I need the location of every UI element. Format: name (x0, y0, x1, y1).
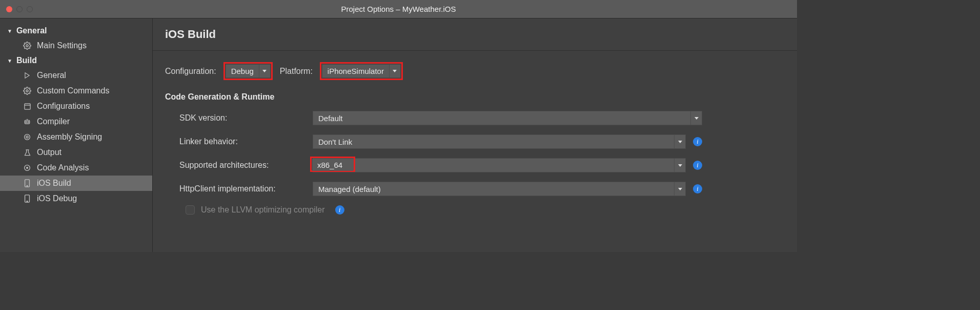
arch-label: Supported architectures: (179, 161, 313, 170)
sidebar-item-label: General (37, 71, 66, 80)
sidebar-item-label: Main Settings (37, 41, 87, 50)
minimize-window-button[interactable] (16, 6, 23, 12)
svg-point-0 (26, 45, 28, 47)
llvm-label: Use the LLVM optimizing compiler (201, 205, 325, 215)
window-title: Project Options – MyWeather.iOS (341, 5, 456, 13)
highlight-arch (310, 157, 355, 172)
svg-point-15 (27, 185, 28, 186)
chevron-down-icon (674, 135, 685, 148)
configuration-label: Configuration: (165, 67, 216, 76)
sidebar-section-build[interactable]: ▼ Build (0, 53, 152, 68)
svg-point-9 (25, 134, 30, 140)
linker-dropdown[interactable]: Don't Link (313, 134, 686, 149)
sidebar-item-custom-commands[interactable]: Custom Commands (0, 83, 152, 99)
svg-point-7 (28, 122, 29, 123)
chevron-down-icon (259, 65, 270, 78)
sidebar-item-code-analysis[interactable]: Code Analysis (0, 160, 152, 176)
dropdown-value: Debug (226, 67, 259, 75)
sidebar-item-compiler[interactable]: Compiler (0, 114, 152, 129)
chevron-down-icon: ▼ (7, 28, 12, 34)
chevron-down-icon (674, 182, 685, 196)
dropdown-value: iPhoneSimulator (322, 67, 389, 75)
highlight-platform: iPhoneSimulator (320, 62, 403, 80)
phone-icon (23, 194, 32, 203)
linker-row: Linker behavior: Don't Link i (165, 134, 785, 149)
http-dropdown[interactable]: Managed (default) (313, 182, 686, 196)
sidebar-item-main-settings[interactable]: Main Settings (0, 38, 152, 53)
main-header: iOS Build (153, 18, 797, 51)
dropdown-value: Default (313, 114, 690, 123)
info-icon[interactable]: i (335, 205, 344, 215)
svg-point-2 (26, 90, 28, 92)
gear-icon (23, 86, 32, 95)
sidebar-item-label: iOS Build (37, 179, 71, 188)
highlight-configuration: Debug (223, 62, 273, 80)
sidebar-item-label: Configurations (37, 102, 90, 111)
arch-combobox[interactable] (313, 158, 686, 172)
info-icon[interactable]: i (693, 137, 702, 146)
sidebar-section-label: General (16, 26, 47, 35)
sidebar-item-ios-debug[interactable]: iOS Debug (0, 191, 152, 206)
play-icon (23, 71, 32, 80)
sdk-dropdown[interactable]: Default (313, 111, 702, 125)
sidebar: ▼ General Main Settings ▼ Build General … (0, 18, 153, 252)
titlebar: Project Options – MyWeather.iOS (0, 0, 797, 18)
dropdown-value: Managed (default) (313, 185, 674, 193)
close-window-button[interactable] (6, 6, 12, 12)
llvm-row: Use the LLVM optimizing compiler i (165, 205, 785, 215)
dropdown-value: Don't Link (313, 138, 674, 146)
robot-icon (23, 117, 32, 126)
sidebar-item-label: Assembly Signing (37, 132, 102, 142)
sidebar-item-label: Custom Commands (37, 86, 109, 95)
sidebar-item-assembly-signing[interactable]: Assembly Signing (0, 129, 152, 145)
sidebar-item-configurations[interactable]: Configurations (0, 99, 152, 114)
chevron-down-icon (690, 111, 702, 125)
svg-marker-1 (25, 73, 29, 79)
seal-icon (23, 132, 32, 142)
gear-icon (23, 41, 32, 50)
flask-icon (23, 148, 32, 157)
sidebar-section-label: Build (16, 56, 37, 65)
configuration-dropdown[interactable]: Debug (226, 64, 271, 78)
sidebar-item-label: Code Analysis (37, 163, 89, 172)
info-icon[interactable]: i (693, 161, 702, 170)
platform-label: Platform: (280, 67, 313, 76)
svg-point-13 (27, 167, 28, 169)
svg-point-10 (26, 136, 28, 138)
svg-rect-3 (24, 103, 30, 109)
chevron-down-icon: ▼ (7, 58, 12, 64)
sidebar-item-label: Output (37, 148, 62, 157)
sidebar-item-ios-build[interactable]: iOS Build (0, 176, 152, 191)
svg-point-17 (27, 201, 28, 202)
http-label: HttpClient implementation: (179, 184, 313, 193)
sidebar-item-label: Compiler (37, 117, 70, 126)
arch-row: Supported architectures: i (165, 158, 785, 172)
main-panel: iOS Build Configuration: Debug Platform:… (153, 18, 797, 252)
svg-point-6 (26, 122, 27, 123)
fullscreen-window-button[interactable] (27, 6, 33, 12)
linker-label: Linker behavior: (179, 137, 313, 146)
sidebar-item-label: iOS Debug (37, 194, 77, 203)
target-icon (23, 163, 32, 172)
sidebar-item-output[interactable]: Output (0, 145, 152, 160)
chevron-down-icon (389, 65, 400, 78)
platform-dropdown[interactable]: iPhoneSimulator (322, 64, 401, 78)
chevron-down-icon (674, 159, 685, 172)
sidebar-item-general[interactable]: General (0, 68, 152, 83)
sidebar-section-general[interactable]: ▼ General (0, 24, 152, 38)
http-row: HttpClient implementation: Managed (defa… (165, 182, 785, 196)
arch-input-highlight[interactable] (312, 159, 353, 171)
traffic-lights (6, 6, 33, 12)
config-row: Configuration: Debug Platform: iPhoneSim… (165, 62, 785, 80)
window-icon (23, 102, 32, 111)
page-title: iOS Build (165, 28, 785, 41)
info-icon[interactable]: i (693, 184, 702, 193)
sdk-label: SDK version: (179, 113, 313, 123)
sdk-row: SDK version: Default (165, 111, 785, 125)
section-title: Code Generation & Runtime (165, 92, 785, 102)
llvm-checkbox[interactable] (186, 205, 195, 215)
phone-icon (23, 179, 32, 188)
